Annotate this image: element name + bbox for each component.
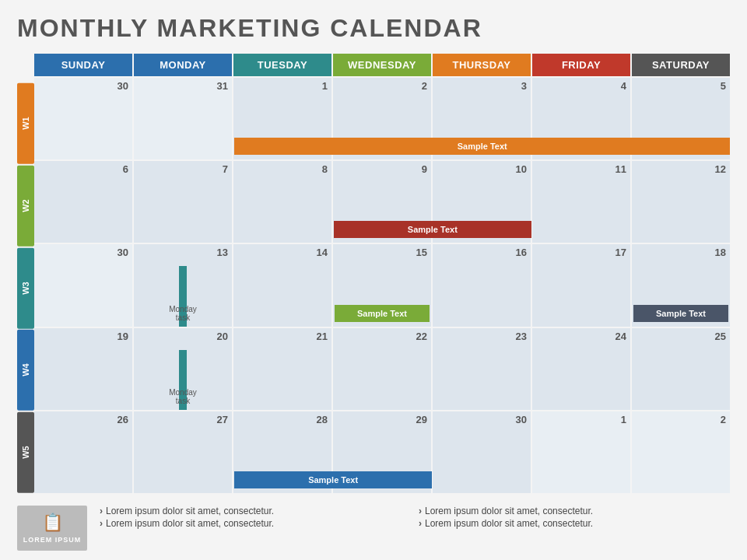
header-saturday: SATURDAY	[632, 54, 730, 76]
day-cell: 30	[433, 411, 531, 493]
monday-task-label-w3: Mondaytask	[169, 305, 197, 322]
bullet-text-2: Lorem ipsum dolor sit amet, consectetur.	[425, 506, 593, 516]
footer-bullet-1: › Lorem ipsum dolor sit amet, consectetu…	[100, 506, 411, 516]
day-cell: 24	[532, 328, 630, 410]
day-cell: 8	[233, 161, 331, 243]
day-cell: 13 Mondaytask	[134, 244, 232, 326]
bullet-text-1: Lorem ipsum dolor sit amet, consectetur.	[106, 506, 274, 516]
day-cell: 7	[134, 161, 232, 243]
bullet-arrow-3: ›	[100, 518, 103, 529]
day-cell: 14	[233, 244, 331, 326]
footer-bullets: › Lorem ipsum dolor sit amet, consectetu…	[100, 506, 730, 529]
event-bar-w3-wed: Sample Text	[335, 305, 430, 322]
footer-bullet-3: › Lorem ipsum dolor sit amet, consectetu…	[100, 518, 411, 529]
day-cell: 25	[632, 328, 730, 410]
event-bar-w5: Sample Text	[234, 471, 431, 488]
week-labels: W1 W2 W3 W4 W5	[17, 83, 34, 495]
day-cell: 12	[632, 161, 730, 243]
day-cell: 16	[433, 244, 531, 326]
week-label-w5: W5	[17, 412, 34, 493]
bullet-text-3: Lorem ipsum dolor sit amet, consectetur.	[106, 518, 274, 529]
monday-task-label-w4: Mondaytask	[169, 388, 197, 405]
day-cell: 20 Mondaytask	[134, 328, 232, 410]
bullet-text-4: Lorem ipsum dolor sit amet, consectetur.	[425, 518, 593, 529]
bullet-arrow-1: ›	[100, 506, 103, 516]
day-cell: 27	[134, 411, 232, 493]
header-thursday: THURSDAY	[433, 54, 531, 76]
day-cell: 15 Sample Text	[333, 244, 431, 326]
week-label-w2: W2	[17, 166, 34, 247]
week-row-4: 19 20 Mondaytask 21 22 23 24 25	[34, 328, 730, 410]
day-cell: 2	[632, 411, 730, 493]
event-bar-w2: Sample Text	[334, 221, 531, 238]
day-cell: 17	[532, 244, 630, 326]
header-friday: FRIDAY	[532, 54, 630, 76]
header-sunday: SUNDAY	[34, 54, 132, 76]
event-bar-w1: Sample Text	[234, 138, 730, 155]
week-label-w3: W3	[17, 248, 34, 329]
calendar-wrapper: W1 W2 W3 W4 W5 SUNDAY MONDAY TUESDAY WED…	[17, 54, 730, 495]
week-row-3: 30 13 Mondaytask 14 15 Sample Text 16 17…	[34, 244, 730, 326]
page-title: MONTHLY MARKETING CALENDAR	[17, 14, 730, 43]
calendar-header: SUNDAY MONDAY TUESDAY WEDNESDAY THURSDAY…	[34, 54, 730, 76]
day-cell: 6	[34, 161, 132, 243]
calendar-grid: SUNDAY MONDAY TUESDAY WEDNESDAY THURSDAY…	[34, 54, 730, 495]
header-monday: MONDAY	[134, 54, 232, 76]
day-cell: 18 Sample Text	[632, 244, 730, 326]
week-row-1: 30 31 1 2 3 4 5 Sample Text	[34, 78, 730, 159]
footer-bullet-2: › Lorem ipsum dolor sit amet, consectetu…	[419, 506, 730, 516]
event-bar-w3-sat: Sample Text	[633, 305, 728, 322]
page: MONTHLY MARKETING CALENDAR W1 W2 W3 W4 W…	[0, 0, 747, 560]
bullet-arrow-4: ›	[419, 518, 422, 529]
day-cell: 31	[134, 78, 232, 159]
day-cell: 26	[34, 411, 132, 493]
footer-icon-box: 📋 LOREM IPSUM	[17, 506, 87, 551]
footer-bullet-4: › Lorem ipsum dolor sit amet, consectetu…	[419, 518, 730, 529]
day-cell: 30	[34, 78, 132, 159]
day-cell: 23	[433, 328, 531, 410]
week-row-2: 6 7 8 9 10 11 12 Sample Text	[34, 161, 730, 243]
day-cell: 19	[34, 328, 132, 410]
week-label-w1: W1	[17, 83, 34, 164]
header-wednesday: WEDNESDAY	[333, 54, 431, 76]
week-row-5: 26 27 28 29 30 1 2 Sample Text	[34, 411, 730, 493]
clipboard-icon: 📋	[42, 513, 63, 533]
day-cell: 30	[34, 244, 132, 326]
footer-icon-label: LOREM IPSUM	[23, 536, 82, 544]
bullet-arrow-2: ›	[419, 506, 422, 516]
day-cell: 22	[333, 328, 431, 410]
day-cell: 11	[532, 161, 630, 243]
header-tuesday: TUESDAY	[233, 54, 331, 76]
day-cell: 1	[532, 411, 630, 493]
footer: 📋 LOREM IPSUM › Lorem ipsum dolor sit am…	[17, 502, 730, 551]
day-cell: 21	[233, 328, 331, 410]
week-label-w4: W4	[17, 330, 34, 411]
